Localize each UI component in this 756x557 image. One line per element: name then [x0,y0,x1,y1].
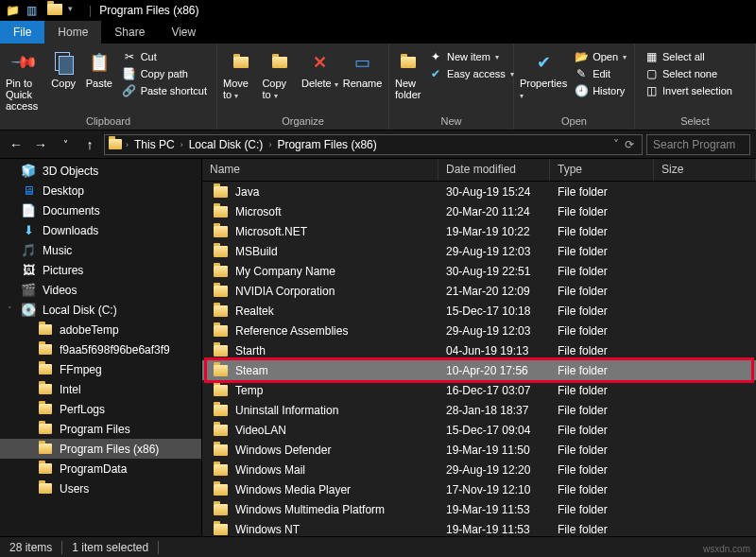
crumb-local-disk[interactable]: Local Disk (C:) [187,138,266,151]
move-to-button[interactable]: Move to ▾ [223,47,258,100]
file-type: File folder [550,404,654,417]
new-folder-button[interactable]: New folder [395,47,421,100]
table-row[interactable]: Java30-Aug-19 15:24File folder [202,182,756,201]
table-row[interactable]: Steam10-Apr-20 17:56File folder [202,360,756,380]
tab-file[interactable]: File [0,21,44,44]
sidebar-item[interactable]: 🖥Desktop [0,181,201,200]
sidebar-item[interactable]: ⬇Downloads [0,220,201,240]
recent-button[interactable]: ˅ [55,134,76,155]
sidebar-item[interactable]: 🖼Pictures [0,260,201,280]
col-name[interactable]: Name [202,159,438,181]
cut-button[interactable]: ✂Cut [119,49,211,64]
sidebar-item[interactable]: PerfLogs [0,399,201,419]
sidebar-item[interactable]: ProgramData [0,459,201,479]
table-row[interactable]: Reference Assemblies29-Aug-19 12:03File … [202,321,756,340]
file-date: 29-Aug-19 12:03 [438,324,550,338]
sidebar-item[interactable]: 📄Documents [0,200,201,220]
up-button[interactable]: ↑ [79,134,100,155]
navigation-pane[interactable]: 🧊3D Objects🖥Desktop📄Documents⬇Downloads🎵… [0,159,202,536]
chevron-right-icon[interactable]: › [268,140,271,149]
sidebar-item[interactable]: Intel [0,379,201,399]
copy-to-button[interactable]: Copy to ▾ [262,47,297,100]
qat-more-icon[interactable]: ▾ [68,4,81,17]
file-type: File folder [550,185,654,199]
file-name: Windows Defender [235,444,331,457]
table-row[interactable]: Windows Mail29-Aug-19 12:20File folder [202,460,756,479]
qat-icon[interactable]: ▥ [26,4,40,17]
chevron-down-icon[interactable]: ˅ [8,305,12,315]
easy-access-button[interactable]: ✔Easy access▾ [425,66,518,81]
table-row[interactable]: Microsoft.NET19-Mar-19 10:22File folder [202,221,756,241]
edit-button[interactable]: ✎Edit [571,66,630,81]
dropdown-icon[interactable]: ˅ [613,138,619,151]
sidebar-item[interactable]: 🧊3D Objects [0,161,201,181]
forward-button[interactable]: → [30,134,51,155]
paste-shortcut-button[interactable]: 🔗Paste shortcut [119,83,211,98]
qat-folder-icon[interactable] [47,4,60,17]
sidebar-label: Documents [43,204,100,218]
crumb-this-pc[interactable]: This PC [132,138,177,151]
sidebar-label: Intel [60,383,81,396]
table-row[interactable]: Realtek15-Dec-17 10:18File folder [202,301,756,321]
sidebar-label: FFmpeg [60,363,102,376]
table-row[interactable]: VideoLAN15-Dec-17 09:04File folder [202,420,756,440]
path-icon: 📑 [123,67,136,80]
select-all-button[interactable]: ▦Select all [641,49,736,64]
file-name: Microsoft.NET [235,225,307,238]
invert-selection-button[interactable]: ◫Invert selection [641,83,736,98]
folder-icon [214,345,228,357]
sidebar-item[interactable]: 🎬Videos [0,280,201,300]
col-size[interactable]: Size [654,159,756,181]
select-none-button[interactable]: ▢Select none [641,66,736,81]
table-row[interactable]: Windows Media Player17-Nov-19 12:10File … [202,479,756,499]
history-button[interactable]: 🕘History [571,83,630,98]
chevron-right-icon[interactable]: › [180,140,183,149]
file-name: Windows NT [235,523,300,536]
col-date[interactable]: Date modified [438,159,550,181]
breadcrumb[interactable]: › This PC › Local Disk (C:) › Program Fi… [104,134,643,155]
tab-share[interactable]: Share [101,21,158,44]
refresh-icon[interactable]: ⟳ [625,138,634,151]
table-row[interactable]: NVIDIA Corporation21-Mar-20 12:09File fo… [202,281,756,301]
file-date: 04-Jun-19 19:13 [438,344,550,357]
open-button[interactable]: 📂Open▾ [571,49,630,64]
sidebar-item[interactable]: Users [0,479,201,498]
table-row[interactable]: Windows NT19-Mar-19 11:53File folder [202,519,756,539]
col-type[interactable]: Type [550,159,654,181]
sidebar-item[interactable]: ˅💽Local Disk (C:) [0,300,201,320]
sidebar-item[interactable]: f9aa5f698f96be6af3f9 [0,339,201,359]
delete-button[interactable]: ✕Delete ▾ [301,47,338,89]
edit-icon: ✎ [575,67,588,80]
copy-button[interactable]: Copy [47,47,79,89]
paste-button[interactable]: 📋Paste [83,47,115,89]
crumb-current[interactable]: Program Files (x86) [275,138,378,151]
tab-home[interactable]: Home [44,21,101,44]
sidebar-item[interactable]: Program Files (x86) [0,439,201,459]
scissors-icon: ✂ [123,50,136,63]
pin-quick-access-button[interactable]: 📌Pin to Quick access [6,47,43,112]
table-row[interactable]: Windows Multimedia Platform19-Mar-19 11:… [202,499,756,519]
sidebar-item[interactable]: Program Files [0,419,201,439]
table-row[interactable]: MSBuild29-Aug-19 12:03File folder [202,241,756,261]
new-item-button[interactable]: ✦New item▾ [425,49,518,64]
window-title: Program Files (x86) [99,4,198,17]
sidebar-item[interactable]: FFmpeg [0,359,201,379]
table-row[interactable]: Temp16-Dec-17 03:07File folder [202,380,756,400]
chevron-right-icon[interactable]: › [126,140,129,149]
table-row[interactable]: Starth04-Jun-19 19:13File folder [202,340,756,360]
search-input[interactable]: Search Program [646,134,750,155]
folder-icon [214,186,228,198]
folder-icon [38,322,53,338]
rename-button[interactable]: ▭Rename [342,47,383,89]
copy-path-button[interactable]: 📑Copy path [119,66,211,81]
table-row[interactable]: Uninstall Information28-Jan-18 18:37File… [202,400,756,420]
back-button[interactable]: ← [6,134,26,155]
column-headers[interactable]: Name Date modified Type Size [202,159,756,182]
table-row[interactable]: My Company Name30-Aug-19 22:51File folde… [202,261,756,281]
table-row[interactable]: Windows Defender19-Mar-19 11:50File fold… [202,440,756,460]
properties-button[interactable]: ✔Properties ▾ [520,47,567,100]
tab-view[interactable]: View [158,21,209,44]
sidebar-item[interactable]: 🎵Music [0,240,201,260]
table-row[interactable]: Microsoft20-Mar-20 11:24File folder [202,201,756,221]
sidebar-item[interactable]: adobeTemp [0,320,201,339]
